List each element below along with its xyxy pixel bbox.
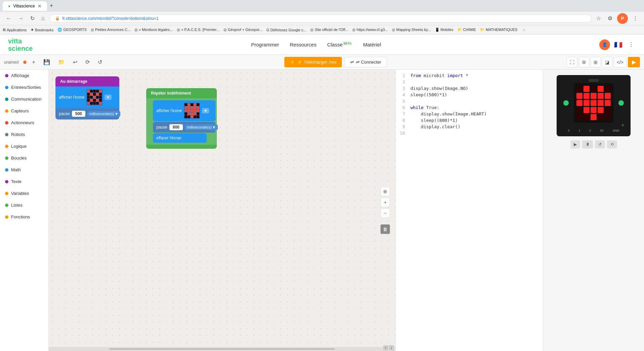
reload-btn[interactable]: ↻ [28, 14, 37, 23]
bookmark-cf[interactable]: ◎ https://www.cf-g3... [352, 28, 388, 32]
sidebar-item-actionneurs[interactable]: Actionneurs [0, 117, 48, 129]
icon-display-1[interactable] [86, 89, 103, 105]
afficher-icone-block-2[interactable]: afficher l'icone [153, 100, 215, 121]
header-menu-btn[interactable]: ⋮ [627, 40, 636, 49]
sim-pause-btn[interactable]: ⏸ [582, 140, 593, 148]
scroll-down-btn[interactable]: ↓ [389, 345, 394, 350]
button-b[interactable] [618, 100, 624, 106]
sidebar-item-listes[interactable]: Listes [0, 199, 48, 211]
user-avatar[interactable]: 👤 [599, 39, 610, 50]
new-tab-btn[interactable]: + [50, 2, 53, 9]
save-btn[interactable]: 💾 [41, 57, 53, 67]
sidebar-label-fonctions: Fonctions [11, 214, 30, 219]
pause-value-2[interactable]: 800 [169, 124, 183, 130]
icon-dropdown-2[interactable]: ▼ [202, 108, 209, 113]
connect-label: ⇌ Connecter [356, 60, 381, 65]
redo-btn[interactable]: ⟳ [83, 57, 92, 67]
nav-classe[interactable]: ClasseBETA [327, 42, 352, 47]
nav-programmer[interactable]: Programmer [251, 42, 279, 47]
logique-dot [5, 145, 8, 148]
sidebar-item-robots[interactable]: Robots [0, 129, 48, 140]
pause-block-2[interactable]: pause 800 milliseconde(s) ▼ [153, 122, 215, 133]
sidebar-label-entrees: Entrées/Sorties [11, 85, 41, 90]
grid-btn[interactable]: ⊞ [591, 57, 601, 67]
effacer-ecran-block[interactable]: effacer l'écran [153, 133, 207, 143]
back-btn[interactable]: ← [4, 14, 13, 23]
sidebar-item-variables[interactable]: Variables [0, 187, 48, 199]
bookmark-bookmarks[interactable]: ★ Bookmarks [31, 28, 53, 32]
sidebar-item-boucles[interactable]: Boucles [0, 152, 48, 164]
scroll-up-btn[interactable]: ↑ [383, 345, 388, 350]
bookmark-petites[interactable]: ◎ Petites Annonces C... [91, 28, 130, 32]
address-bar[interactable]: 🔒 fr.vittascience.com/microbit/?console=… [49, 14, 592, 23]
microbit-face [561, 83, 627, 123]
target-btn[interactable]: ⊕ [380, 187, 390, 196]
bookmark-chimie[interactable]: 📁 CHIMIE [457, 28, 476, 32]
sidebar-item-communication[interactable]: Communication [0, 93, 48, 105]
sidebar-item-logique[interactable]: Logique [0, 140, 48, 152]
sim-back-btn[interactable]: ⟲ [607, 140, 617, 148]
code-line-9: 9 display.clear() [396, 124, 543, 130]
undo-btn[interactable]: ↩ [70, 57, 80, 67]
connect-btn[interactable]: ⇌ ⇌ Connecter [345, 57, 387, 67]
repeter-footer [146, 145, 217, 149]
home-btn[interactable]: ⌂ [39, 14, 47, 23]
fullscreen-btn[interactable]: ⛶ [567, 57, 577, 67]
forward-btn[interactable]: → [16, 14, 26, 23]
nav-ressources[interactable]: Ressources [290, 42, 316, 47]
logo[interactable]: vitta science [8, 37, 33, 52]
sidebar-label-communication: Communication [11, 97, 41, 102]
bookmark-geosports[interactable]: 🌐 GEOSPORTS [57, 28, 87, 32]
bookmark-officiel[interactable]: ◎ Site officiel de l'Off... [310, 28, 348, 32]
bookmark-applications[interactable]: ⊞ Applications [3, 28, 27, 32]
sidebar-item-entrees-sorties[interactable]: Entrées/Sorties [0, 81, 48, 93]
browser-tab[interactable]: ● Vittascience ✕ [3, 1, 47, 11]
browser-navbar: ← → ↻ ⌂ 🔒 fr.vittascience.com/microbit/?… [0, 12, 644, 25]
nav-materiel[interactable]: Matériel [363, 42, 381, 47]
logo-vitta: vitta [8, 37, 33, 45]
bookmark-mobiles[interactable]: 📱 Mobiles [435, 28, 453, 32]
block-canvas[interactable]: Au démarrage afficher l'icone [49, 70, 395, 351]
open-btn[interactable]: 📁 [55, 57, 68, 67]
play-btn[interactable]: ▶ [628, 57, 640, 67]
communication-dot [5, 98, 8, 101]
sim-reload-btn[interactable]: ↺ [595, 140, 605, 148]
trash-btn[interactable]: 🗑 [380, 224, 390, 234]
icon-dropdown-1[interactable]: ▼ [105, 95, 112, 100]
code-btn[interactable]: </> [614, 57, 627, 67]
button-a[interactable] [563, 100, 569, 106]
chrome-menu-btn[interactable]: ⋮ [631, 14, 640, 23]
bookmark-geoprof[interactable]: ◎ Géoprof + Géospor... [224, 28, 263, 32]
zoom-out-btn[interactable]: − [380, 208, 390, 218]
sidebar-item-fonctions[interactable]: Fonctions [0, 211, 48, 223]
chrome-profile-avatar[interactable]: P [617, 13, 628, 24]
tab-close-btn[interactable]: ✕ [38, 3, 42, 9]
canvas-scrollbar[interactable] [49, 347, 395, 351]
simulator-panel: B 0 1 2 3V GND ▶ ⏸ ↺ ⟲ [543, 70, 644, 351]
sidebar-label-robots: Robots [11, 132, 25, 137]
settings-btn[interactable]: ⚙ [579, 57, 589, 67]
view-btn[interactable]: ◪ [602, 57, 612, 67]
bookmark-mapping[interactable]: ◎ Mapping Sheets by... [392, 28, 431, 32]
bookmark-google[interactable]: G Définissez Google c... [267, 28, 307, 32]
pause-value-1[interactable]: 500 [72, 111, 85, 117]
sim-play-btn[interactable]: ▶ [570, 140, 580, 148]
refresh-btn[interactable]: ↺ [95, 57, 105, 67]
bookmark-maths[interactable]: 📁 MATHEMATIQUES [480, 28, 517, 32]
sidebar-item-math[interactable]: Math [0, 164, 48, 176]
zoom-in-btn[interactable]: + [380, 198, 390, 207]
bookmark-paces[interactable]: ◎ » P.A.C.E.S. [Premier... [177, 28, 219, 32]
icon-display-2[interactable] [184, 103, 200, 119]
sidebar-item-capteurs[interactable]: Capteurs [0, 105, 48, 117]
sidebar-item-affichage[interactable]: Affichage [0, 70, 48, 81]
add-btn[interactable]: + [29, 57, 38, 67]
language-selector[interactable]: 🇫🇷 [614, 41, 622, 49]
main-layout: Affichage Entrées/Sorties Communication … [0, 70, 644, 351]
milliseconde-dropdown-1[interactable]: milliseconde(s) ▼ [87, 111, 120, 116]
milliseconde-dropdown-2[interactable]: milliseconde(s) ▼ [185, 125, 218, 130]
bookmark-mentions[interactable]: ◎ » Mentions légales... [134, 28, 173, 32]
extensions-btn[interactable]: ⚙ [606, 14, 614, 23]
sidebar-item-texte[interactable]: Texte [0, 176, 48, 187]
bookmark-btn[interactable]: ☆ [594, 14, 603, 23]
download-hex-btn[interactable]: ⚡ ⚡ Télécharger .hex [284, 57, 342, 67]
